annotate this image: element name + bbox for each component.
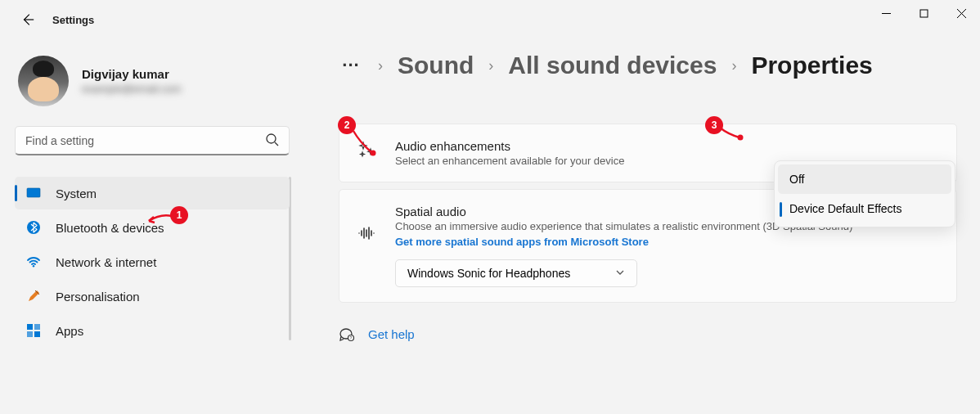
svg-rect-8: [27, 331, 33, 337]
store-link[interactable]: Get more spatial sound apps from Microso…: [395, 236, 938, 248]
svg-point-14: [738, 135, 744, 141]
minimize-button[interactable]: [867, 0, 905, 26]
sidebar-item-label: Personalisation: [56, 290, 140, 304]
chevron-right-icon: ›: [731, 57, 736, 74]
search-input[interactable]: [15, 126, 290, 155]
avatar: [18, 56, 69, 106]
help-icon: ?: [339, 326, 355, 342]
card-title: Audio enhancements: [395, 139, 938, 153]
bluetooth-icon: [26, 220, 41, 235]
svg-rect-0: [920, 10, 928, 17]
user-email: [82, 83, 182, 95]
search-icon: [265, 133, 280, 147]
soundwave-icon: [357, 224, 375, 242]
spatial-audio-select[interactable]: Windows Sonic for Headphones: [395, 259, 637, 287]
sidebar-item-system[interactable]: System: [15, 177, 290, 209]
svg-rect-7: [34, 324, 40, 330]
user-card[interactable]: Digvijay kumar: [18, 56, 290, 106]
breadcrumb-overflow[interactable]: ···: [339, 55, 363, 76]
svg-point-5: [33, 265, 34, 267]
sidebar-item-apps[interactable]: Apps: [15, 314, 290, 347]
back-button[interactable]: [20, 11, 36, 28]
content: ··· › Sound › All sound devices › Proper…: [303, 39, 980, 414]
breadcrumb-sound[interactable]: Sound: [398, 52, 474, 79]
audio-enhancements-dropdown: Off Device Default Effects: [774, 160, 955, 227]
brush-icon: [26, 289, 41, 304]
sidebar: Digvijay kumar System Blueto: [0, 39, 303, 414]
svg-rect-6: [27, 324, 33, 330]
maximize-button[interactable]: [905, 0, 942, 26]
dropdown-option-off[interactable]: Off: [778, 164, 951, 194]
sidebar-item-label: System: [56, 187, 97, 200]
chevron-right-icon: ›: [488, 57, 493, 74]
nav: System Bluetooth & devices Network & int…: [15, 177, 290, 347]
app-title: Settings: [52, 14, 94, 26]
annotation-badge-3: 3: [705, 116, 723, 134]
sidebar-item-personalisation[interactable]: Personalisation: [15, 280, 290, 313]
annotation-arrow-2: [348, 128, 378, 157]
svg-text:?: ?: [350, 335, 353, 340]
system-icon: [26, 186, 41, 200]
wifi-icon: [26, 254, 41, 269]
chevron-right-icon: ›: [378, 57, 383, 74]
breadcrumb: ··· › Sound › All sound devices › Proper…: [339, 52, 957, 79]
apps-icon: [26, 323, 41, 338]
sidebar-item-label: Network & internet: [56, 255, 156, 269]
annotation-badge-2: 2: [338, 116, 356, 134]
chevron-down-icon: [615, 267, 625, 280]
breadcrumb-all-sound-devices[interactable]: All sound devices: [508, 52, 717, 79]
svg-rect-2: [27, 188, 40, 197]
breadcrumb-properties: Properties: [751, 52, 872, 79]
get-help-link[interactable]: Get help: [368, 327, 415, 341]
svg-rect-9: [34, 331, 40, 337]
svg-point-13: [371, 151, 376, 156]
sidebar-item-label: Apps: [56, 324, 83, 338]
window-controls: [867, 0, 980, 26]
svg-point-1: [267, 134, 276, 143]
search-wrap: [15, 126, 290, 155]
title-bar: Settings: [0, 0, 980, 39]
sidebar-item-network[interactable]: Network & internet: [15, 245, 290, 278]
dropdown-option-device-default[interactable]: Device Default Effects: [778, 194, 951, 223]
close-button[interactable]: [942, 0, 980, 26]
user-display-name: Digvijay kumar: [82, 67, 182, 81]
help-row: ? Get help: [339, 326, 957, 342]
annotation-badge-1: 1: [170, 206, 188, 224]
select-value: Windows Sonic for Headphones: [407, 267, 570, 280]
annotation-arrow-1: [146, 214, 173, 225]
